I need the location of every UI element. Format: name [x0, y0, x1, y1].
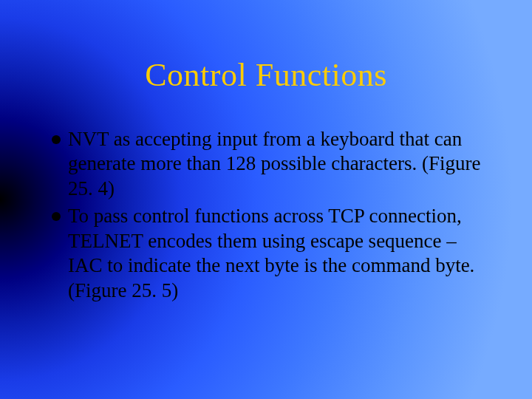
list-item: To pass control functions across TCP con… — [52, 204, 488, 303]
bullet-text: NVT as accepting input from a keyboard t… — [68, 127, 488, 201]
bullet-icon — [52, 135, 61, 144]
list-item: NVT as accepting input from a keyboard t… — [52, 127, 488, 201]
bullet-text: To pass control functions across TCP con… — [68, 204, 488, 303]
slide-content: NVT as accepting input from a keyboard t… — [52, 127, 488, 306]
slide-title: Control Functions — [0, 56, 532, 94]
slide: Control Functions NVT as accepting input… — [0, 0, 532, 399]
bullet-icon — [52, 212, 61, 221]
